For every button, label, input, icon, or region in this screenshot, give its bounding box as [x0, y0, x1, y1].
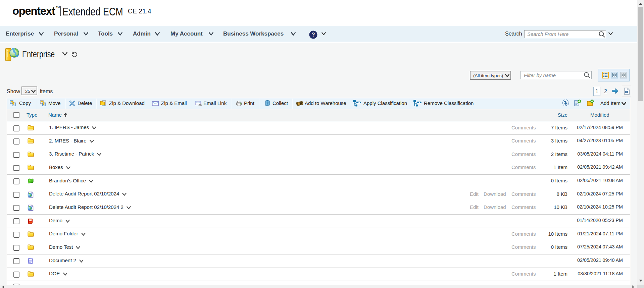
- svg-text:?: ?: [311, 32, 315, 38]
